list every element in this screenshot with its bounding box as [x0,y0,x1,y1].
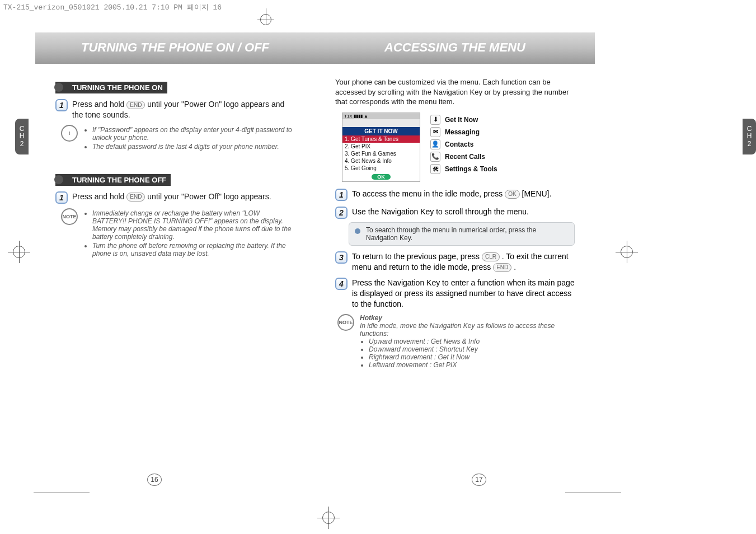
manual-spread: TURNING THE PHONE ON / OFF C H 2 TURNING… [35,12,595,499]
document-file-tag: TX-215_verizon_0501021 2005.10.21 7:10 P… [3,2,222,12]
instruction-step: 1 Press and hold END until your "Power O… [55,99,295,120]
menu-illustration: T1X ▮▮▮▮ ▲ GET IT NOW 1. Get Tunes & Ton… [342,113,575,182]
settings-tools-icon: 🛠 [430,164,440,174]
page-number: 17 [472,474,486,486]
end-key-icon: END [126,101,145,110]
step-text-fragment: Use the Navigation Key to scroll through… [352,207,575,219]
step-number-badge: 1 [55,191,68,204]
step-text-fragment: . [514,263,516,271]
phone-screen-row: 5. Get Going [342,165,420,172]
ok-key-icon: OK [505,190,519,199]
step-text-fragment: Press and hold [72,100,126,109]
step-number-badge: 1 [335,189,348,201]
hotkey-note-block: NOTE Hotkey In idle mode, move the Navig… [337,314,575,369]
note-item: Turn the phone off before removing or re… [92,242,295,257]
menu-item-label: Recent Calls [445,153,485,161]
phone-screen-row: 1. Get Tunes & Tones [342,135,420,143]
chapter-tab-line: 2 [748,140,752,148]
recent-calls-icon: 📞 [430,152,440,162]
warning-item: The default password is the last 4 digit… [92,143,295,151]
phone-screen-banner: GET IT NOW [342,127,420,135]
menu-list: ⬇Get It Now ✉Messaging 👤Contacts 📞Recent… [430,113,575,176]
phone-screen-row: 2. Get PIX [342,143,420,150]
left-page: TURNING THE PHONE ON / OFF C H 2 TURNING… [35,12,315,499]
note-item: Immediately change or recharge the batte… [92,209,295,241]
right-page: ACCESSING THE MENU C H 2 Your phone can … [315,12,595,499]
hotkey-intro: In idle mode, move the Navigation Key as… [360,322,575,338]
step-number-badge: 3 [335,251,348,264]
section-header: TURNING THE PHONE OFF [55,174,171,186]
step-text-fragment: To return to the previous page, press [352,252,482,261]
note-icon: NOTE [337,314,354,331]
page-title: TURNING THE PHONE ON / OFF [35,40,315,55]
page-title: ACCESSING THE MENU [315,40,595,55]
get-it-now-icon: ⬇ [430,115,440,125]
step-text-fragment: Press the Navigation Key to enter a func… [352,278,575,310]
step-text-fragment: until your "Power Off" logo appears. [147,192,271,201]
hotkey-item: Downward movement : Shortcut Key [369,345,575,353]
hotkey-title: Hotkey [360,314,575,322]
clr-key-icon: CLR [482,252,500,261]
hotkey-item: Rightward movement : Get It Now [369,353,575,361]
step-text-fragment: Press and hold [72,192,126,201]
chapter-tab-line: H [20,133,25,140]
note-icon: NOTE [61,208,78,225]
warning-block: ! If "Password" appears on the display e… [61,125,295,152]
intro-text: Your phone can be customized via the men… [335,77,575,107]
instruction-step: 3 To return to the previous page, press … [335,251,575,273]
trim-line [34,493,90,493]
step-number-badge: 1 [55,99,68,111]
instruction-step: 4 Press the Navigation Key to enter a fu… [335,278,575,310]
chapter-tab: C H 2 [15,119,29,154]
hotkey-item: Upward movement : Get News & Info [369,338,575,345]
menu-item-label: Settings & Tools [445,165,497,173]
phone-screen-row: 3. Get Fun & Games [342,150,420,157]
instruction-step: 1 To access the menu in the idle mode, p… [335,189,575,201]
messaging-icon: ✉ [430,127,440,137]
menu-item-label: Messaging [445,128,480,136]
step-text-fragment: To access the menu in the idle mode, pre… [352,189,505,198]
phone-screen-ok: OK [372,174,391,180]
hotkey-item: Leftward movement : Get PIX [369,361,575,369]
page-number: 16 [147,474,162,486]
chapter-tab: C H 2 [743,119,756,154]
step-text-fragment: [MENU]. [522,189,552,198]
contacts-icon: 👤 [430,139,440,149]
phone-screen-row: 4. Get News & Info [342,157,420,165]
trim-line [565,493,621,493]
tip-bullet-icon [355,228,360,234]
warning-icon: ! [61,125,78,142]
chapter-tab-line: 2 [20,140,24,148]
instruction-step: 1 Press and hold END until your "Power O… [55,191,295,204]
menu-item-label: Get It Now [445,116,478,124]
step-number-badge: 2 [335,207,348,219]
tip-block: To search through the menu in numerical … [349,222,575,246]
menu-item-label: Contacts [445,140,473,148]
warning-item: If "Password" appears on the display ent… [92,126,295,142]
instruction-step: 2 Use the Navigation Key to scroll throu… [335,207,575,219]
tip-text: To search through the menu in numerical … [366,226,569,242]
chapter-tab-line: H [747,133,752,140]
section-header: TURNING THE PHONE ON [55,82,167,93]
phone-screenshot: T1X ▮▮▮▮ ▲ GET IT NOW 1. Get Tunes & Ton… [342,113,420,182]
end-key-icon: END [126,193,145,202]
note-block: NOTE Immediately change or recharge the … [61,208,295,259]
step-number-badge: 4 [335,278,348,290]
end-key-icon: END [493,263,511,272]
